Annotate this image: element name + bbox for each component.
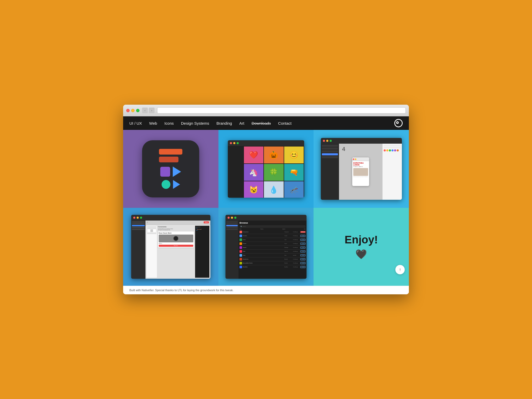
emoji-cell-heart: ❤️ xyxy=(244,147,263,163)
grid-item-enjoy: Enjoy! 🖤 xyxy=(314,208,409,286)
grid-item-appstore: Browse 🔍 Search NamePublisherUpdatedSize xyxy=(218,208,314,286)
nav-bar: UI / UX Web Icons Design Systems Brandin… xyxy=(123,116,409,130)
icon-row-3 xyxy=(162,179,180,189)
footer-text-after: for laying the groundwork for this tweak… xyxy=(182,289,234,292)
appstore-maximize xyxy=(234,217,236,219)
appstore-minimize xyxy=(231,217,233,219)
icon-square-purple xyxy=(160,167,170,177)
grid-item-app-icon xyxy=(123,130,218,208)
nav-link-contact[interactable]: Contact xyxy=(278,121,292,125)
sketch-maximize xyxy=(140,217,142,219)
sketch-close xyxy=(133,217,135,219)
mock-titlebar-emoji xyxy=(228,140,304,146)
close-button[interactable] xyxy=(126,109,130,112)
icon-rect-orange xyxy=(159,149,182,155)
footer-link-nativefier[interactable]: Nativefier xyxy=(142,289,154,292)
icon-rect-red xyxy=(159,157,178,162)
footer-link-ltl[interactable]: LTL xyxy=(178,289,182,292)
nav-link-web[interactable]: Web xyxy=(149,121,157,125)
sketch-content: 5 Shop xyxy=(131,221,210,279)
sketch-minimize xyxy=(137,217,139,219)
mock-minimize xyxy=(233,142,235,144)
icon-circle-teal xyxy=(162,180,170,189)
appstore-close xyxy=(228,217,230,219)
emoji-screenshot: ❤️ 🎃 😊 🦄 🍀 🔫 😼 💧 🦟 xyxy=(228,140,304,198)
figma-close xyxy=(323,140,325,142)
figma-minimize xyxy=(326,140,328,142)
heart-icon: 🖤 xyxy=(355,249,367,260)
nav-arrows: ‹ › xyxy=(142,108,155,113)
mock-close xyxy=(230,142,232,144)
main-content: ❤️ 🎃 😊 🦄 🍀 🔫 😼 💧 🦟 xyxy=(123,130,409,286)
figma-mockup: 4 DOROTHEALANGE xyxy=(321,138,402,200)
emoji-cell-gun: 🔫 xyxy=(284,164,304,181)
emoji-cell-smile: 😊 xyxy=(284,147,304,163)
footer-text-before: Built with xyxy=(129,289,142,292)
icon-triangle-blue xyxy=(173,167,181,177)
site-logo xyxy=(394,119,403,127)
footer-text-between: . Special thanks to xyxy=(154,289,178,292)
svg-point-2 xyxy=(397,122,398,123)
emoji-cell-unicorn: 🦄 xyxy=(244,164,263,181)
nav-link-branding[interactable]: Branding xyxy=(216,121,232,125)
address-bar[interactable] xyxy=(157,107,406,114)
nav-link-ui-ux[interactable]: UI / UX xyxy=(129,121,142,125)
sketch-mockup: 5 Shop xyxy=(131,215,210,279)
scroll-up-button[interactable]: ↑ xyxy=(395,265,405,274)
sketch-titlebar xyxy=(131,215,210,221)
nav-link-downloads[interactable]: Downloads xyxy=(251,121,271,125)
back-button[interactable]: ‹ xyxy=(142,108,148,113)
footer: Built with Nativefier. Special thanks to… xyxy=(123,286,409,294)
icon-row-1 xyxy=(159,149,182,162)
forward-button[interactable]: › xyxy=(149,108,155,113)
traffic-lights xyxy=(126,109,139,112)
figma-content-area: 4 DOROTHEALANGE xyxy=(321,144,402,200)
grid-item-figma: 4 DOROTHEALANGE xyxy=(314,130,409,208)
enjoy-title: Enjoy! xyxy=(344,234,378,246)
appstore-content: Browse 🔍 Search NamePublisherUpdatedSize xyxy=(225,221,307,279)
title-bar: ‹ › xyxy=(123,105,409,116)
browser-window: ‹ › UI / UX Web Icons Design Systems Bra… xyxy=(123,105,409,294)
nav-link-art[interactable]: Art xyxy=(239,121,244,125)
figma-titlebar xyxy=(321,138,402,144)
emoji-grid-cells: ❤️ 🎃 😊 🦄 🍀 🔫 😼 💧 🦟 xyxy=(243,146,304,198)
grid-item-emoji: ❤️ 🎃 😊 🦄 🍀 🔫 😼 💧 🦟 xyxy=(218,130,314,208)
appstore-mockup: Browse 🔍 Search NamePublisherUpdatedSize xyxy=(225,215,307,279)
icon-row-2 xyxy=(160,165,181,177)
content-grid: ❤️ 🎃 😊 🦄 🍀 🔫 😼 💧 🦟 xyxy=(123,130,409,286)
emoji-cell-pumpkin: 🎃 xyxy=(264,147,283,163)
mock-maximize xyxy=(237,142,239,144)
nav-links: UI / UX Web Icons Design Systems Brandin… xyxy=(129,121,394,125)
maximize-button[interactable] xyxy=(136,109,139,112)
app-icon-mockup xyxy=(142,140,199,197)
figma-maximize xyxy=(330,140,332,142)
appstore-titlebar xyxy=(225,215,307,221)
emoji-cell-clover: 🍀 xyxy=(264,164,283,181)
emoji-cell-bug: 🦟 xyxy=(284,181,304,198)
emoji-grid-body: ❤️ 🎃 😊 🦄 🍀 🔫 😼 💧 🦟 xyxy=(228,146,304,198)
grid-item-sketch: 5 Shop xyxy=(123,208,218,286)
nav-link-icons[interactable]: Icons xyxy=(164,121,174,125)
emoji-cell-drop: 💧 xyxy=(264,181,283,198)
minimize-button[interactable] xyxy=(131,109,135,112)
nav-link-design-systems[interactable]: Design Systems xyxy=(181,121,209,125)
emoji-cell-cat: 😼 xyxy=(244,181,263,198)
icon-triangle-right xyxy=(173,180,180,189)
